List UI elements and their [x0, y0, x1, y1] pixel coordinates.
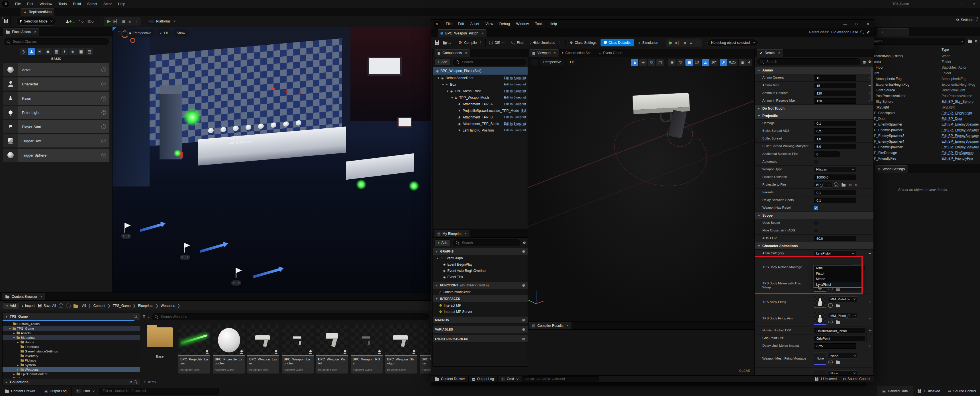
- unsaved-button[interactable]: 1 Unsaved: [913, 386, 944, 396]
- outliner-row[interactable]: BP_Door Edit BP_Door: [866, 116, 980, 122]
- asset-card[interactable]: BPC_Weapon_Sniper Blueprint Class: [420, 325, 431, 374]
- eject-button[interactable]: ▲: [128, 19, 132, 23]
- asset-card[interactable]: BPC_Projectile_Launcher Blueprint Class: [213, 325, 245, 374]
- place-actor-item[interactable]: ♟ Pawn ?: [3, 92, 110, 105]
- additional-bullets-input[interactable]: 0: [814, 152, 840, 157]
- construction-script-tab[interactable]: ƒConstruction Scr...: [558, 49, 596, 57]
- lit-dropdown[interactable]: Lit: [566, 59, 577, 65]
- menu-item[interactable]: Window: [37, 2, 55, 6]
- dropdown-option-selected[interactable]: LyraPistol: [814, 282, 862, 288]
- menu-item[interactable]: View: [482, 22, 496, 26]
- place-actor-item[interactable]: Point Light ?: [3, 106, 110, 119]
- add-collection-icon[interactable]: ⊕: [129, 380, 132, 384]
- sources-header[interactable]: ▾TPS_Game: [3, 313, 140, 320]
- anim-category-dropdown[interactable]: LyraPistol: [814, 250, 856, 256]
- menu-item[interactable]: Build: [70, 2, 84, 6]
- component-row[interactable]: ▾✶BoxEdit in Blueprint: [433, 81, 528, 88]
- stop-button[interactable]: ◼: [122, 19, 125, 23]
- close-button[interactable]: ×: [862, 22, 874, 26]
- options-icon[interactable]: ⋮: [695, 41, 699, 44]
- content-drawer-button[interactable]: Content Drawer: [431, 376, 469, 382]
- browse-icon[interactable]: [836, 321, 840, 323]
- derived-data-button[interactable]: ▤Derived Data: [877, 386, 913, 396]
- compiler-results-tab[interactable]: ▤Compiler Results×: [529, 322, 571, 329]
- uses-scope-checkbox[interactable]: [814, 221, 818, 225]
- use-selected-icon[interactable]: ←: [828, 360, 833, 364]
- asset-card[interactable]: BPC_Projectile_Laser Blueprint Class: [178, 325, 210, 374]
- damage-input[interactable]: 0,1: [814, 121, 856, 126]
- play-options-icon[interactable]: ⋮: [134, 20, 138, 23]
- world-settings-tab[interactable]: ⊕ World Settings: [875, 165, 908, 173]
- edit-in-blueprint-link[interactable]: Edit in Blueprint: [504, 82, 526, 86]
- folder-blueprints[interactable]: ▾Blueprints: [3, 335, 140, 340]
- folder-epicdemocontent[interactable]: ▸EpicDemoContent: [3, 372, 140, 376]
- add-button[interactable]: +Add: [3, 303, 19, 309]
- add-dispatcher-icon[interactable]: ⊕: [522, 336, 525, 341]
- add-folder-icon[interactable]: [968, 40, 972, 43]
- edit-in-blueprint-link[interactable]: Edi: [521, 109, 526, 112]
- component-row[interactable]: ✶LeftHandIK_PositionEdit in Blueprint: [433, 127, 528, 133]
- montage-thumbnail-none[interactable]: None: [814, 352, 826, 365]
- component-self-row[interactable]: ◉ BPC_Weapon_Pistol (Self): [433, 67, 528, 74]
- outliner-row[interactable]: Atmospheric Fog AtmosphericFog: [866, 76, 980, 82]
- menu-item[interactable]: Actor: [100, 2, 115, 6]
- close-icon[interactable]: ×: [482, 31, 484, 35]
- menu-item[interactable]: Edit: [24, 2, 37, 6]
- menu-item[interactable]: Window: [513, 22, 532, 26]
- folder-tps-game[interactable]: ▾TPS_Game: [3, 326, 140, 331]
- my-blueprint-search[interactable]: [453, 239, 521, 246]
- section-projectile[interactable]: ▾Projectile: [755, 112, 873, 120]
- delay-between-shots-input[interactable]: 0,1: [814, 198, 856, 203]
- close-icon[interactable]: ×: [34, 30, 36, 34]
- ammo-max-input[interactable]: 15: [814, 83, 856, 88]
- outliner-row[interactable]: BP_EnemySpawner5 Edit BP_EnemySpawner5: [866, 144, 980, 150]
- folder-inventory[interactable]: Inventory: [3, 353, 140, 358]
- holster-socket-input[interactable]: HolsterSocket_Pistol: [814, 328, 865, 333]
- firing-montage-dropdown[interactable]: MM_Pistol_Fi: [828, 296, 858, 302]
- weapon-type-dropdown[interactable]: Hitscan: [814, 166, 856, 172]
- compile-button[interactable]: ⚙ Compile ⋮: [458, 40, 482, 45]
- perspective-dropdown[interactable]: ◈Perspective: [125, 29, 155, 37]
- clear-icon[interactable]: ×: [855, 183, 857, 187]
- close-icon[interactable]: ×: [881, 30, 883, 34]
- clear-button[interactable]: CLEAR: [739, 369, 750, 372]
- montage-dropdown[interactable]: None: [828, 371, 858, 376]
- browse-icon[interactable]: [836, 304, 840, 307]
- edit-in-blueprint-link[interactable]: Edit in Blueprint: [504, 128, 526, 132]
- minimize-button[interactable]: —: [946, 2, 957, 6]
- component-row[interactable]: ▾◈TPP_Mesh_RootEdit in Blueprint: [433, 88, 528, 94]
- bp-viewport-3d[interactable]: [528, 57, 754, 321]
- ads-fov-input[interactable]: 60,0: [814, 236, 856, 241]
- grip-point-input[interactable]: GripPoint: [814, 336, 865, 341]
- folder-assets[interactable]: ▸Assets: [3, 331, 140, 335]
- add-actor-icon[interactable]: ♟+: [65, 19, 75, 24]
- edit-in-blueprint-link[interactable]: Edit in Blueprint: [504, 96, 526, 99]
- edit-in-blueprint-link[interactable]: Edit in Blueprint: [504, 76, 526, 80]
- add-variable-icon[interactable]: ⊕: [522, 327, 525, 332]
- menu-item[interactable]: Debug: [496, 22, 513, 26]
- debug-object-dropdown[interactable]: No debug object selected: [707, 39, 758, 46]
- close-icon[interactable]: ×: [40, 295, 42, 299]
- projectile-to-fire-dropdown[interactable]: BP_F: [814, 182, 832, 188]
- scale-tool-icon[interactable]: ◰: [656, 59, 664, 66]
- all-classes-category-icon[interactable]: ▤: [86, 48, 93, 55]
- close-button[interactable]: ×: [969, 2, 980, 6]
- folder-weapons[interactable]: ▸Weapons: [3, 367, 140, 372]
- bp-asset-tab[interactable]: BPC_Weapon_Pistol* ×: [438, 29, 487, 37]
- interface-item[interactable]: ⚙Interact MP: [433, 303, 528, 309]
- asset-card[interactable]: * BPC_Weapon_Pistol Blueprint Class: [316, 325, 348, 374]
- search-icon[interactable]: [134, 380, 138, 384]
- section-scope[interactable]: ▾Scope: [755, 212, 873, 219]
- edit-pencil-icon[interactable]: [867, 31, 870, 34]
- gear-icon[interactable]: ⚙: [868, 60, 871, 63]
- automatic-checkbox[interactable]: [814, 160, 818, 164]
- outliner-row[interactable]: BP_EnemySpawner4 Edit BP_EnemySpawner4: [866, 139, 980, 144]
- maximize-button[interactable]: □: [851, 22, 862, 26]
- simulation-button[interactable]: ▷Simulation: [638, 41, 658, 45]
- viewport-options-icon[interactable]: ☰: [530, 59, 538, 65]
- help-icon[interactable]: ?: [102, 96, 106, 100]
- hide-crosshair-checkbox[interactable]: [814, 229, 818, 233]
- add-button[interactable]: +Add: [434, 239, 451, 246]
- bullet-spread-ads-input[interactable]: 0,2: [814, 128, 856, 134]
- menu-item[interactable]: Help: [115, 2, 129, 6]
